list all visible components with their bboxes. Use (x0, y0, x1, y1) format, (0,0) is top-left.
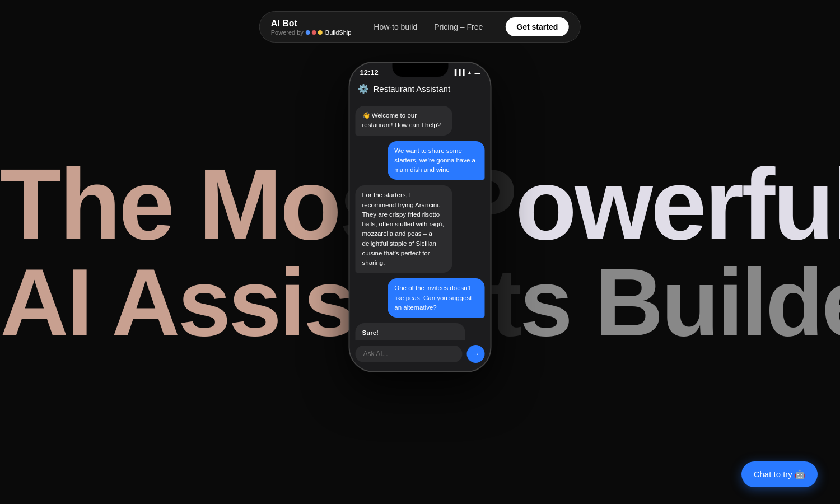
phone-frame: 12:12 ▐▐▐ ▲ ▬ ⚙️ Restaurant Assistant 👋 … (349, 62, 492, 372)
headline-word-the: The (0, 148, 198, 260)
phone-time: 12:12 (360, 68, 379, 77)
get-started-button[interactable]: Get started (505, 17, 569, 36)
buildship-name: BuildShip (325, 29, 351, 36)
message-2: We want to share some starters, we're go… (388, 141, 484, 180)
chat-input-area: → (350, 340, 491, 367)
headline-word-builder: s Builder (520, 249, 840, 356)
chat-to-try-label: Chat to try 🤖 (754, 469, 805, 479)
signal-icon: ▐▐▐ (452, 69, 464, 76)
message-3: For the starters, I recommend trying Ara… (356, 185, 452, 273)
chat-send-button[interactable]: → (467, 345, 485, 363)
headline-word-mo: Mo (198, 148, 339, 260)
phone-mockup: 12:12 ▐▐▐ ▲ ▬ ⚙️ Restaurant Assistant 👋 … (349, 62, 492, 372)
logo-dot-red (312, 30, 316, 35)
nav-links: How-to build Pricing – Free (374, 22, 483, 31)
message-4: One of the invitees doesn't like peas. C… (388, 278, 484, 318)
chat-input-field[interactable] (356, 346, 463, 362)
chat-body: 👋 Welcome to our restaurant! How can I h… (350, 99, 491, 340)
chat-to-try-button[interactable]: Chat to try 🤖 (741, 461, 818, 487)
message-5: Sure! As an alternative, for starters, I… (356, 323, 465, 340)
logo-dot-blue (306, 30, 310, 35)
chat-header-title: Restaurant Assistant (374, 84, 451, 94)
brand-title: AI Bot (271, 18, 297, 29)
wifi-icon: ▲ (467, 69, 473, 76)
brand-sub: Powered by BuildShip (271, 29, 352, 36)
nav-link-howto[interactable]: How-to build (374, 22, 417, 31)
message-1: 👋 Welcome to our restaurant! How can I h… (356, 106, 452, 136)
headline-word-powerful: owerful (515, 148, 840, 260)
phone-notch (392, 63, 448, 77)
phone-status-icons: ▐▐▐ ▲ ▬ (452, 69, 480, 76)
buildship-logo: BuildShip (306, 29, 351, 36)
headline-word-ai: AI Assis (0, 249, 354, 356)
logo-dot-yellow (318, 30, 323, 35)
battery-icon: ▬ (475, 69, 480, 76)
nav-brand: AI Bot Powered by BuildShip (271, 18, 352, 35)
chat-header: ⚙️ Restaurant Assistant (350, 79, 491, 99)
assistant-icon: ⚙️ (358, 83, 369, 94)
navbar: AI Bot Powered by BuildShip How-to build… (259, 11, 581, 43)
nav-link-pricing[interactable]: Pricing – Free (434, 22, 483, 31)
